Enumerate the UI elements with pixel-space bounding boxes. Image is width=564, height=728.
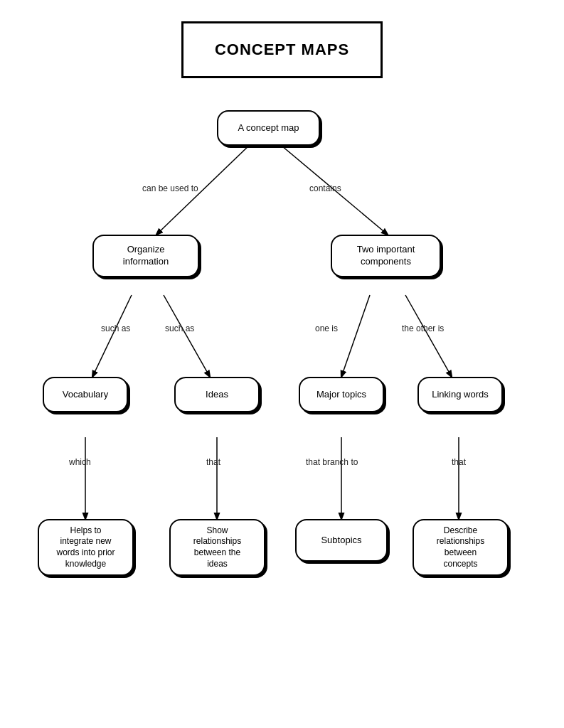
svg-line-5 — [405, 295, 452, 377]
label-contains: contains — [309, 183, 341, 193]
svg-line-3 — [164, 295, 210, 377]
svg-line-4 — [341, 295, 370, 377]
svg-line-2 — [92, 295, 132, 377]
node-subtopics: Subtopics — [295, 519, 388, 562]
node-ideas: Ideas — [174, 377, 260, 412]
connection-lines — [0, 0, 564, 728]
label-one-is: one is — [315, 323, 338, 333]
node-linking-words: Linking words — [417, 377, 503, 412]
label-that-branch-to: that branch to — [306, 457, 358, 467]
node-show-relationships: Show relationships between the ideas — [169, 519, 265, 576]
label-can-be-used-to: can be used to — [142, 183, 198, 193]
node-major-topics: Major topics — [299, 377, 384, 412]
label-such-as-2: such as — [165, 323, 194, 333]
node-integrate: Helps to integrate new words into prior … — [38, 519, 134, 576]
label-that-2: that — [452, 457, 466, 467]
title-box: CONCEPT MAPS — [181, 21, 383, 78]
label-such-as-1: such as — [101, 323, 130, 333]
concept-map-diagram: CONCEPT MAPS A concept map can be used t… — [0, 0, 564, 728]
node-describe: Describe relationships between concepts — [413, 519, 509, 576]
node-concept-map: A concept map — [217, 110, 320, 146]
label-that-1: that — [206, 457, 220, 467]
node-vocabulary: Vocabulary — [43, 377, 128, 412]
label-the-other-is: the other is — [402, 323, 444, 333]
label-which: which — [69, 457, 91, 467]
node-organize: Organize information — [92, 235, 199, 277]
node-two-components: Two important components — [331, 235, 441, 277]
